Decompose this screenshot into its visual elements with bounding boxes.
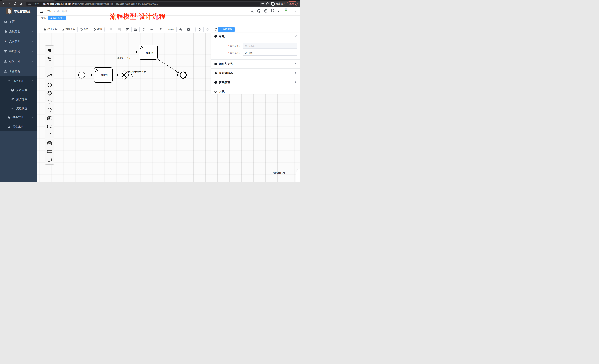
required-mark: * (228, 51, 229, 54)
plus-circle-icon (214, 81, 217, 84)
sidebar-item-user-group[interactable]: 用户分组 (0, 95, 37, 104)
bpmn-io-watermark[interactable]: BPMN.iO (273, 171, 285, 175)
align-right-button[interactable] (115, 27, 123, 32)
active-tab-dot (50, 17, 52, 19)
zoom-out-button[interactable] (157, 27, 165, 32)
avatar-caret-icon[interactable] (294, 11, 296, 12)
open-file-button[interactable]: 打开文件 (41, 27, 59, 32)
user-task-level1[interactable]: 一级审批 (94, 68, 113, 82)
chevron-up-icon (31, 70, 34, 73)
browser-menu-icon[interactable] (295, 3, 296, 5)
tab-home[interactable]: 首页 (40, 16, 48, 20)
align-top-button[interactable] (123, 27, 132, 32)
process-name-input[interactable] (243, 50, 297, 56)
form-row-process-key: *流程标识 (211, 43, 297, 49)
browser-window-tab[interactable] (1, 0, 55, 1)
sidebar-item-process-form[interactable]: 流程表单 (0, 86, 37, 95)
section-general[interactable]: 常规 (211, 33, 300, 40)
preview-button[interactable]: 预览 (78, 27, 91, 32)
section-title: 消息与信号 (219, 62, 292, 66)
zoom-level[interactable]: 100% (165, 27, 177, 32)
align-hcenter-button[interactable] (148, 27, 156, 32)
sidebar-item-process-mgmt[interactable]: 流程管理 (0, 76, 37, 86)
flow-label-gt3[interactable]: 请假大于 3 天 (117, 57, 131, 59)
section-execution-listener[interactable]: 执行监听器 (211, 68, 300, 78)
collapse-sidebar-icon[interactable] (40, 9, 43, 13)
section-other[interactable]: 其他 (211, 87, 300, 96)
save-model-button[interactable]: + 保存模型 (218, 27, 235, 32)
section-title: 常规 (219, 34, 292, 38)
browser-forward-icon[interactable] (7, 1, 11, 6)
align-left-button[interactable] (107, 27, 115, 32)
section-extended-attrs[interactable]: 扩展属性 (211, 78, 300, 87)
flow-label-le1[interactable]: 请假小于等于 1 天 (127, 70, 146, 73)
sidebar-item-process-model[interactable]: 流程模型 (0, 104, 37, 113)
app-logo[interactable]: 芋道管理系统 (0, 7, 37, 16)
reset-view-button[interactable] (185, 27, 192, 32)
end-event[interactable] (180, 72, 186, 78)
required-mark: * (228, 44, 229, 47)
sidebar-item-workflow[interactable]: 工作流程 (0, 67, 37, 76)
sidebar-item-pay[interactable]: ¥ 支付管理 (0, 37, 37, 47)
sidebar-item-system[interactable]: 系统管理 (0, 27, 37, 37)
github-icon[interactable] (257, 9, 261, 14)
bpmn-canvas[interactable]: 一级审批 二级审批 (37, 33, 300, 182)
sidebar-item-leave-query[interactable]: 请假查询 (0, 122, 37, 131)
undo-button[interactable] (195, 27, 204, 32)
sidebar-item-infra[interactable]: 基础设施 (0, 47, 37, 57)
sidebar-item-label: 系统管理 (9, 30, 31, 33)
browser-reload-icon[interactable] (13, 1, 17, 6)
browser-back-icon[interactable] (1, 1, 6, 6)
tag-bar: 首页 设计流程 × (37, 16, 300, 21)
close-tab-icon[interactable]: × (63, 17, 64, 19)
button-label: 保存模型 (223, 28, 232, 31)
field-label: *流程标识 (211, 44, 243, 48)
bookmark-star-icon[interactable] (266, 2, 269, 6)
update-button[interactable]: 更新 (287, 1, 298, 6)
download-file-button[interactable]: 下载文件 (59, 27, 78, 32)
process-key-input[interactable] (243, 43, 297, 49)
dashboard-icon (4, 20, 7, 23)
avatar[interactable] (284, 8, 291, 15)
sidebar-item-label: 请假查询 (13, 125, 34, 128)
browser-home-icon[interactable] (18, 1, 23, 6)
sidebar-item-label: 工作流程 (9, 70, 31, 73)
breadcrumb-home[interactable]: 首页 (47, 10, 53, 13)
url-host: dashboard.yudao.iocoder.cn (43, 3, 74, 5)
address-separator (41, 3, 41, 5)
folder-icon (44, 28, 46, 31)
redo-button[interactable] (204, 27, 212, 32)
scrollbar-thumb[interactable] (296, 169, 300, 182)
screen: 不安全 dashboard.yudao.iocoder.cn/bpm/manag… (0, 0, 300, 182)
sidebar-item-home[interactable]: 首页 (0, 17, 37, 27)
task2-label: 二级审批 (143, 51, 153, 54)
address-bar[interactable]: 不安全 dashboard.yudao.iocoder.cn/bpm/manag… (26, 2, 260, 6)
align-left-icon (110, 28, 113, 31)
start-event[interactable] (79, 72, 85, 78)
align-bottom-button[interactable] (132, 27, 140, 32)
annotation-text: 流程模型-设计流程 (110, 12, 166, 21)
align-vcenter-button[interactable] (140, 27, 148, 32)
flow-tree-icon (7, 116, 10, 119)
user-task-level2[interactable]: 二级审批 (139, 45, 158, 59)
zoom-in-button[interactable] (177, 27, 185, 32)
section-message-signal[interactable]: 消息与信号 (211, 59, 300, 68)
password-key-icon[interactable] (261, 2, 264, 6)
field-label: *流程名称 (211, 51, 243, 54)
font-size-icon[interactable]: ᴛT (278, 10, 281, 13)
simulate-button[interactable]: 模拟 (91, 27, 104, 32)
paper-plane-icon (11, 107, 14, 110)
tab-design-process[interactable]: 设计流程 × (48, 16, 66, 20)
chevron-down-icon (31, 30, 34, 33)
fullscreen-icon[interactable] (271, 9, 274, 14)
breadcrumb-separator: / (54, 10, 55, 13)
flow-task2-to-end[interactable] (158, 59, 179, 73)
help-icon[interactable] (264, 9, 268, 14)
flow-gateway-to-task2[interactable] (124, 52, 138, 70)
chevron-right-icon (294, 62, 297, 66)
search-icon[interactable] (250, 9, 254, 14)
sidebar-item-dev[interactable]: 研发工具 (0, 57, 37, 67)
tree-list-icon (7, 80, 10, 83)
sidebar-item-task-mgmt[interactable]: 任务管理 (0, 113, 37, 122)
properties-panel: 常规 *流程标识 *流程名称 消息与信号 执行监听器 (211, 33, 300, 94)
